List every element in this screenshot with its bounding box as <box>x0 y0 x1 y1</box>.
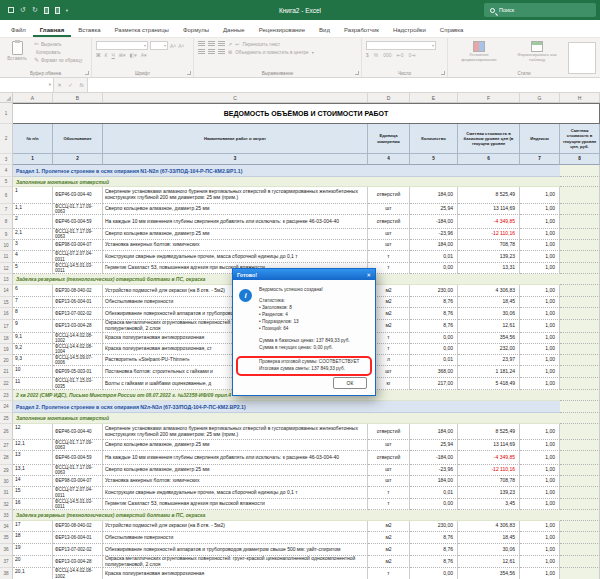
merge-center-button[interactable]: Объединить и поместить в центре <box>235 50 308 55</box>
cell-current[interactable] <box>560 568 600 579</box>
cell-cost[interactable]: 30,06 <box>458 308 520 320</box>
cut-button[interactable]: ✂Вырезать <box>34 41 82 48</box>
borders-icon[interactable]: ⊞▾ <box>119 52 126 58</box>
row-header-35[interactable]: 35 <box>0 532 13 544</box>
cell-current[interactable] <box>560 215 600 229</box>
cell-unit[interactable]: м2 <box>368 544 410 556</box>
format-as-table-button[interactable]: Форматировать как таблицу <box>510 41 564 68</box>
cell-current[interactable] <box>560 274 600 285</box>
cell-qty[interactable]: 0,01 <box>410 355 458 366</box>
cell-num[interactable]: 1 <box>13 187 53 204</box>
cell-current[interactable] <box>560 344 600 355</box>
cell-code[interactable]: ФЕР46-03-004-59 <box>53 451 103 465</box>
cell-current[interactable] <box>560 401 600 413</box>
cell-cost[interactable]: 354,56 <box>458 333 520 344</box>
row-header-9[interactable]: 9 <box>0 229 13 240</box>
colnum-6[interactable]: 6 <box>458 154 520 165</box>
cell-qty[interactable]: 0,00 <box>410 344 458 355</box>
column-header-B[interactable]: B <box>53 93 103 102</box>
cell-cost[interactable]: -12 110,16 <box>458 465 520 476</box>
cell-code[interactable]: ФССЦ-07.2.07.04-0011 <box>53 251 103 263</box>
cell-cost[interactable]: 139,23 <box>458 251 520 263</box>
cell-current[interactable] <box>560 333 600 344</box>
cell-index[interactable]: 1,00 <box>520 308 560 320</box>
cell-num[interactable]: 5 <box>13 263 53 274</box>
cell-code[interactable]: ФССЦ-01.7.17.09-0063 <box>53 465 103 476</box>
cell-index[interactable]: 1,00 <box>520 251 560 263</box>
align-center-icon[interactable] <box>208 49 215 55</box>
cell-current[interactable] <box>560 544 600 556</box>
cell-unit[interactable]: отверстий <box>368 215 410 229</box>
cell-cost[interactable]: 708,78 <box>458 476 520 487</box>
cell-qty[interactable]: -23,96 <box>410 465 458 476</box>
tab-Надстройки[interactable]: Надстройки <box>386 24 433 37</box>
align-left-icon[interactable] <box>198 49 205 55</box>
cell-cost[interactable]: 13,31 <box>458 263 520 274</box>
cell-name[interactable]: На каждые 10 мм изменения глубины сверле… <box>103 215 368 229</box>
cell-num[interactable]: 15 <box>13 487 53 499</box>
row-header-31[interactable]: 31 <box>0 487 13 499</box>
cell-qty[interactable]: 8,76 <box>410 532 458 544</box>
cell-index[interactable]: 1,00 <box>520 378 560 390</box>
conditional-formatting-button[interactable]: Условное форматирование <box>452 41 506 68</box>
cell-cost[interactable]: 18,45 <box>458 297 520 308</box>
percent-icon[interactable]: % <box>374 52 378 58</box>
cell-unit[interactable]: м2 <box>368 532 410 544</box>
cell-code[interactable]: ФЕР98-03-004-07 <box>53 240 103 251</box>
cell-current[interactable] <box>560 204 600 215</box>
cell-qty[interactable]: 25,94 <box>410 440 458 451</box>
cell-current[interactable] <box>560 320 600 333</box>
cell-qty[interactable]: 368,00 <box>410 366 458 378</box>
row-header-22[interactable]: 22 <box>0 378 13 390</box>
row-header-2[interactable]: 2 <box>0 124 13 154</box>
cell-num[interactable]: 2 <box>13 215 53 229</box>
cell-qty[interactable]: -23,96 <box>410 229 458 240</box>
cell-qty[interactable]: 8,76 <box>410 556 458 568</box>
cell-qty[interactable]: 184,00 <box>410 476 458 487</box>
cell-num[interactable]: 6 <box>13 285 53 297</box>
cell-current[interactable] <box>560 263 600 274</box>
cell-code[interactable]: ФССЦ-07.2.07.04-0011 <box>53 487 103 499</box>
row-header-8[interactable]: 8 <box>0 215 13 229</box>
cell-code[interactable]: ФЕР13-03-004-28 <box>53 556 103 568</box>
tab-Разметка страницы[interactable]: Разметка страницы <box>107 24 175 37</box>
format-painter-button[interactable]: ✎Формат по образцу <box>34 57 82 64</box>
cell-name[interactable]: Обезжиривание поверхностей аппаратов и т… <box>103 544 368 556</box>
cell-code[interactable]: ФЕР13-07-002-02 <box>53 308 103 320</box>
cell-index[interactable]: 1,00 <box>520 344 560 355</box>
cell-index[interactable]: 1,00 <box>520 556 560 568</box>
cell-index[interactable]: 1,00 <box>520 229 560 240</box>
ok-button[interactable]: ОК <box>333 377 367 389</box>
underline-button[interactable]: Ч <box>111 52 114 58</box>
cell-index[interactable]: 1,00 <box>520 424 560 440</box>
header-cell-current[interactable]: Сметная стоимость в текущем уровне цен, … <box>560 124 600 154</box>
merge-dropdown-icon[interactable]: ▾ <box>312 50 314 55</box>
cell-num[interactable]: 9 <box>13 320 53 333</box>
cell-name[interactable]: Устройство подмостей для окраски (на 8 о… <box>103 521 368 532</box>
cell-current[interactable] <box>560 465 600 476</box>
cell-current[interactable] <box>560 297 600 308</box>
cell-qty[interactable]: 230,00 <box>410 285 458 297</box>
cell-code[interactable]: ФЕР13-06-004-01 <box>53 297 103 308</box>
cell-code[interactable]: ФЕР13-06-004-01 <box>53 532 103 544</box>
cell-index[interactable]: 1,00 <box>520 476 560 487</box>
cell-code[interactable]: ФЕР46-03-004-40 <box>53 187 103 204</box>
cell-cost[interactable]: 12,61 <box>458 320 520 333</box>
cell-unit[interactable]: т <box>368 251 410 263</box>
cell-num[interactable]: 9,3 <box>13 355 53 366</box>
thousands-icon[interactable]: 000 <box>383 52 391 58</box>
cell-qty[interactable]: 0,00 <box>410 333 458 344</box>
cell-current[interactable] <box>560 366 600 378</box>
cell-code[interactable]: ФССЦ-14.4.02.08-1004 <box>53 344 103 355</box>
row-header-36[interactable]: 36 <box>0 544 13 556</box>
cell-cost[interactable]: 8 525,49 <box>458 187 520 204</box>
cell-num[interactable]: 8 <box>13 308 53 320</box>
row-header-16[interactable]: 16 <box>0 308 13 320</box>
cell-unit[interactable]: т <box>368 487 410 499</box>
cell-cost[interactable]: 3,45 <box>458 499 520 510</box>
cell-name[interactable]: Сверло кольцевое алмазное, диаметр 25 мм <box>103 440 368 451</box>
cell-qty[interactable]: 184,00 <box>410 240 458 251</box>
row-header-33[interactable]: 33 <box>0 510 13 521</box>
cell-code[interactable]: ФЕР13-03-004-28 <box>53 320 103 333</box>
cell-name[interactable]: Сверло кольцевое алмазное, диаметр 25 мм <box>103 204 368 215</box>
